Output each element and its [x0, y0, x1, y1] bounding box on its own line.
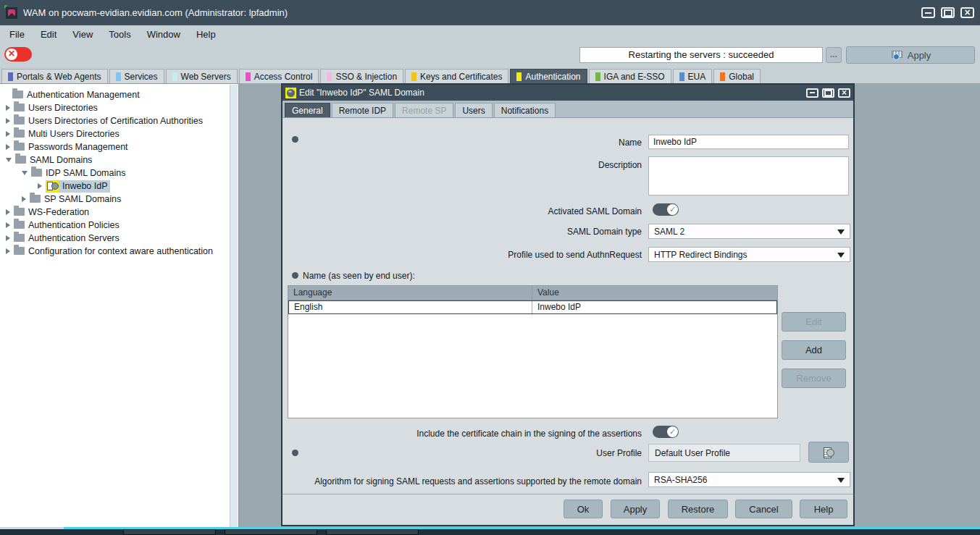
tree-label: Users Directories [28, 103, 98, 113]
expand-icon[interactable] [22, 196, 26, 202]
expand-icon[interactable] [6, 222, 10, 228]
saml-domain-type-select[interactable]: SAML 2 [648, 224, 850, 239]
selected-value: RSA-SHA256 [654, 475, 707, 485]
tree-item-users-directories[interactable]: Users Directories [0, 101, 238, 114]
dialog-minimize-icon[interactable] [806, 88, 818, 98]
taskbar-item[interactable] [225, 529, 317, 535]
description-input[interactable] [648, 156, 849, 195]
tree-item-authentication-management[interactable]: Authentication Management [0, 88, 238, 101]
folder-icon [14, 130, 25, 138]
dialog-close-icon[interactable] [838, 88, 850, 98]
name-input[interactable] [648, 135, 849, 149]
collapse-icon[interactable] [6, 158, 12, 162]
tab-general[interactable]: General [285, 103, 330, 117]
user-profile-picker-button[interactable] [808, 442, 849, 463]
tab-color-icon [720, 72, 725, 81]
folder-icon [12, 90, 23, 98]
close-icon[interactable] [960, 7, 974, 18]
module-tab-bar: Portals & Web Agents Services Web Server… [0, 67, 980, 83]
menu-window[interactable]: Window [139, 26, 188, 43]
tree-item-users-directories-ca[interactable]: Users Directories of Certification Autho… [0, 114, 238, 127]
menu-help[interactable]: Help [188, 26, 224, 43]
tree-item-authentication-servers[interactable]: Authentication Servers [0, 232, 238, 245]
chevron-down-icon [837, 253, 845, 258]
algorithm-select[interactable]: RSA-SHA256 [648, 472, 850, 487]
tab-keys-certificates[interactable]: Keys and Certificates [405, 69, 508, 83]
tab-color-icon [8, 72, 13, 81]
menu-tools[interactable]: Tools [101, 26, 138, 43]
collapse-icon[interactable] [22, 171, 28, 175]
expand-icon[interactable] [6, 105, 10, 111]
expand-icon[interactable] [6, 144, 10, 150]
tab-label: Portals & Web Agents [17, 72, 101, 82]
tab-eua[interactable]: EUA [673, 69, 713, 83]
cancel-button[interactable]: Cancel [735, 500, 792, 518]
tree-scrollbar[interactable] [230, 85, 238, 527]
table-row[interactable]: English Inwebo IdP [288, 300, 777, 314]
display-name-section-label: Name (as seen by end user): [303, 271, 415, 281]
ok-button[interactable]: Ok [564, 500, 603, 518]
tab-access-control[interactable]: Access Control [239, 69, 319, 83]
expand-icon[interactable] [6, 248, 10, 254]
menu-file[interactable]: File [1, 26, 33, 43]
expand-icon[interactable] [6, 209, 10, 215]
expand-icon[interactable] [6, 118, 10, 124]
tab-global[interactable]: Global [713, 69, 761, 83]
maximize-icon[interactable] [941, 7, 955, 18]
tree-label: Authentication Policies [28, 220, 120, 230]
tree-label: Inwebo IdP [62, 181, 108, 191]
cert-chain-toggle[interactable] [653, 426, 679, 438]
menu-view[interactable]: View [64, 26, 101, 43]
apply-button[interactable]: Apply [611, 500, 660, 518]
chevron-down-icon [837, 229, 845, 235]
help-button[interactable]: Help [800, 500, 847, 518]
restore-button[interactable]: Restore [668, 500, 728, 518]
tab-authentication[interactable]: Authentication [510, 69, 587, 83]
column-value[interactable]: Value [532, 286, 777, 300]
minimize-icon[interactable] [921, 7, 935, 18]
tab-label: EUA [688, 72, 706, 82]
app-icon [6, 7, 17, 19]
tree-item-inwebo-idp[interactable]: Inwebo IdP [0, 180, 238, 193]
authn-profile-select[interactable]: HTTP Redirect Bindings [648, 247, 850, 262]
toggle-check-icon [667, 204, 678, 215]
tab-notifications[interactable]: Notifications [494, 103, 556, 117]
dialog-maximize-icon[interactable] [822, 88, 834, 98]
tab-color-icon [172, 72, 177, 81]
tab-services[interactable]: Services [109, 69, 164, 83]
expand-icon[interactable] [38, 183, 42, 189]
more-button[interactable]: ... [826, 47, 842, 63]
tree-item-multi-users-directories[interactable]: Multi Users Directories [0, 127, 238, 140]
expand-icon[interactable] [6, 131, 10, 137]
tree-item-idp-saml-domains[interactable]: IDP SAML Domains [0, 167, 238, 180]
tab-web-servers[interactable]: Web Servers [166, 69, 238, 83]
stop-servers-button[interactable]: ✕ [4, 47, 32, 62]
taskbar-item[interactable] [326, 529, 419, 535]
apply-icon [890, 50, 902, 60]
tab-sso-injection[interactable]: SSO & Injection [320, 69, 403, 83]
chevron-down-icon [837, 478, 845, 483]
add-button[interactable]: Add [782, 340, 846, 360]
tree-item-passwords-management[interactable]: Passwords Management [0, 140, 238, 153]
taskbar-item[interactable] [123, 529, 216, 535]
expand-icon[interactable] [6, 235, 10, 241]
cert-chain-label: Include the certificate chain in the sig… [282, 429, 642, 439]
tab-label: Access Control [254, 72, 313, 82]
tab-iga-esso[interactable]: IGA and E-SSO [589, 69, 671, 83]
tree-item-saml-domains[interactable]: SAML Domains [0, 153, 238, 167]
column-language[interactable]: Language [288, 286, 532, 300]
tree-item-context-aware-config[interactable]: Configuration for context aware authenti… [0, 245, 238, 258]
tree-item-sp-saml-domains[interactable]: SP SAML Domains [0, 193, 238, 206]
apply-servers-button[interactable]: Apply [846, 46, 975, 64]
edit-button: Edit [782, 312, 846, 332]
tab-label: Keys and Certificates [420, 72, 502, 82]
tree-label: Configuration for context aware authenti… [28, 246, 213, 256]
tab-remote-idp[interactable]: Remote IDP [332, 103, 393, 117]
menu-edit[interactable]: Edit [33, 26, 64, 43]
tab-users[interactable]: Users [455, 103, 492, 117]
tree-item-authentication-policies[interactable]: Authentication Policies [0, 219, 238, 232]
tab-portals-web-agents[interactable]: Portals & Web Agents [1, 69, 108, 83]
display-name-table: Language Value English Inwebo IdP [288, 285, 778, 418]
tree-item-ws-federation[interactable]: WS-Federation [0, 206, 238, 219]
activated-saml-domain-toggle[interactable] [653, 203, 679, 216]
